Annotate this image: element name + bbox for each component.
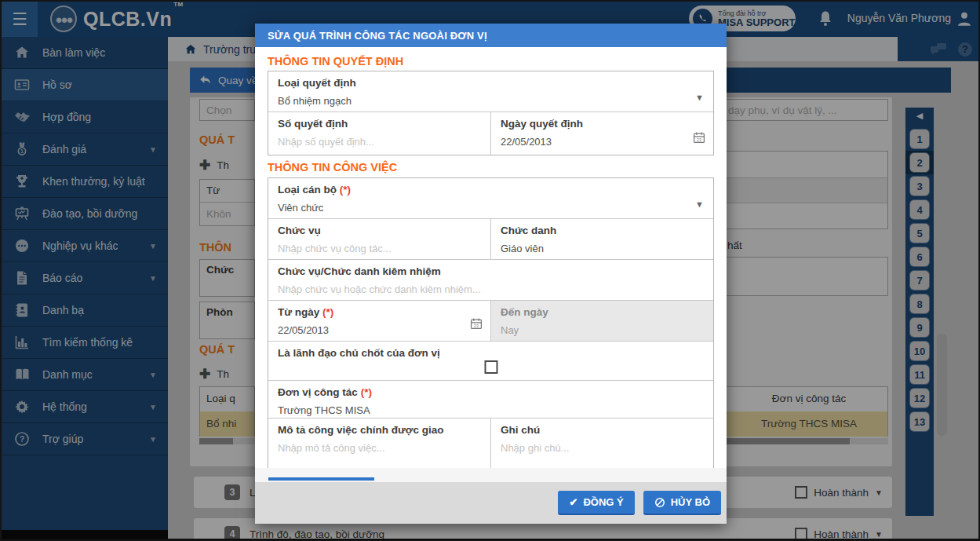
position-input[interactable]: Chức vụ Nhập chức vụ công tác... <box>268 219 490 259</box>
job-description-input[interactable]: Mô tả công việc chính được giao Nhập mô … <box>268 419 490 469</box>
staff-type-select[interactable]: Loại cán bộ (*) Viên chức ▼ <box>268 178 713 218</box>
field-label: Loại quyết định <box>278 77 704 89</box>
cancel-icon <box>654 497 665 508</box>
check-icon: ✔ <box>569 496 577 508</box>
svg-text:23: 23 <box>474 324 479 328</box>
field-label: Chức vụ <box>278 225 481 236</box>
section-title-decision: THÔNG TIN QUYẾT ĐỊNH <box>268 55 403 68</box>
field-placeholder: Nhập chức vụ hoặc chức danh kiêm nhiệm..… <box>278 283 704 295</box>
job-title-input[interactable]: Chức danh Giáo viên <box>490 219 713 259</box>
decision-type-select[interactable]: Loại quyết định Bổ nhiệm ngạch ▼ <box>268 71 713 111</box>
field-label: Ghi chú <box>501 424 704 436</box>
from-date-input[interactable]: Từ ngày (*) 22/05/2013 23 <box>268 301 490 341</box>
field-label: Ngày quyết định <box>501 118 704 130</box>
field-value: 22/05/2013 <box>278 324 481 336</box>
work-unit-input[interactable]: Đơn vị công tác (*) Trường THCS MISA <box>268 381 713 418</box>
field-label: Mô tả công việc chính được giao <box>278 424 481 436</box>
field-value: Nay <box>501 324 704 336</box>
key-leader-checkbox[interactable] <box>484 360 497 374</box>
field-label: Là lãnh đạo chủ chốt của đơn vị <box>278 347 704 359</box>
field-label: Đến ngày <box>501 306 704 318</box>
field-placeholder: Nhập số quyết định... <box>278 136 481 148</box>
field-placeholder: Nhập chức vụ công tác... <box>278 243 481 254</box>
dialog-title-bar: SỬA QUÁ TRÌNH CÔNG TÁC NGOÀI ĐƠN VỊ <box>255 24 727 47</box>
required-marker: (*) <box>322 306 333 318</box>
required-marker: (*) <box>361 386 372 398</box>
dialog-title: SỬA QUÁ TRÌNH CÔNG TÁC NGOÀI ĐƠN VỊ <box>268 30 487 42</box>
ok-button-label: ĐỒNG Ý <box>583 496 623 508</box>
cancel-button-label: HỦY BỎ <box>671 496 710 508</box>
field-placeholder: Nhập ghi chú... <box>501 442 704 454</box>
app-window: ☰ ●●● QLCB.VnTM Tổng đài hỗ trợ MISA SUP… <box>0 0 980 541</box>
to-date-input-disabled: Đến ngày Nay <box>490 301 713 341</box>
field-label: Từ ngày <box>278 306 319 318</box>
cutoff-button-fragment <box>268 477 374 481</box>
field-placeholder: Nhập mô tả công việc... <box>278 442 481 454</box>
field-value: 22/05/2013 <box>501 136 704 148</box>
field-value: Trường THCS MISA <box>278 404 704 416</box>
decision-date-input[interactable]: Ngày quyết định 22/05/2013 23 <box>490 112 713 155</box>
chevron-down-icon[interactable]: ▼ <box>695 93 704 102</box>
field-value: Giáo viên <box>501 243 704 254</box>
section-title-work: THÔNG TIN CÔNG VIỆC <box>268 161 397 174</box>
calendar-icon[interactable]: 23 <box>693 131 705 147</box>
field-value: Viên chức <box>278 202 704 214</box>
required-marker: (*) <box>340 184 351 196</box>
concurrent-title-input[interactable]: Chức vụ/Chức danh kiêm nhiệm Nhập chức v… <box>268 260 713 300</box>
field-label: Loại cán bộ <box>278 184 337 196</box>
cancel-button[interactable]: HỦY BỎ <box>643 491 721 515</box>
decision-number-input[interactable]: Số quyết định Nhập số quyết định... <box>268 112 490 155</box>
field-value: Bổ nhiệm ngạch <box>278 95 704 107</box>
ok-button[interactable]: ✔ ĐỒNG Ý <box>558 491 634 515</box>
field-label: Chức danh <box>501 225 704 236</box>
calendar-icon[interactable]: 23 <box>470 317 483 333</box>
edit-work-process-dialog: SỬA QUÁ TRÌNH CÔNG TÁC NGOÀI ĐƠN VỊ THÔN… <box>255 24 727 524</box>
dialog-footer: ✔ ĐỒNG Ý HỦY BỎ <box>255 482 727 524</box>
key-leader-field: Là lãnh đạo chủ chốt của đơn vị <box>268 342 713 380</box>
chevron-down-icon[interactable]: ▼ <box>695 199 704 209</box>
field-label: Chức vụ/Chức danh kiêm nhiệm <box>278 265 704 277</box>
field-label: Đơn vị công tác <box>278 386 358 398</box>
note-input[interactable]: Ghi chú Nhập ghi chú... <box>490 419 713 469</box>
field-label: Số quyết định <box>278 118 481 130</box>
svg-text:23: 23 <box>697 137 701 142</box>
